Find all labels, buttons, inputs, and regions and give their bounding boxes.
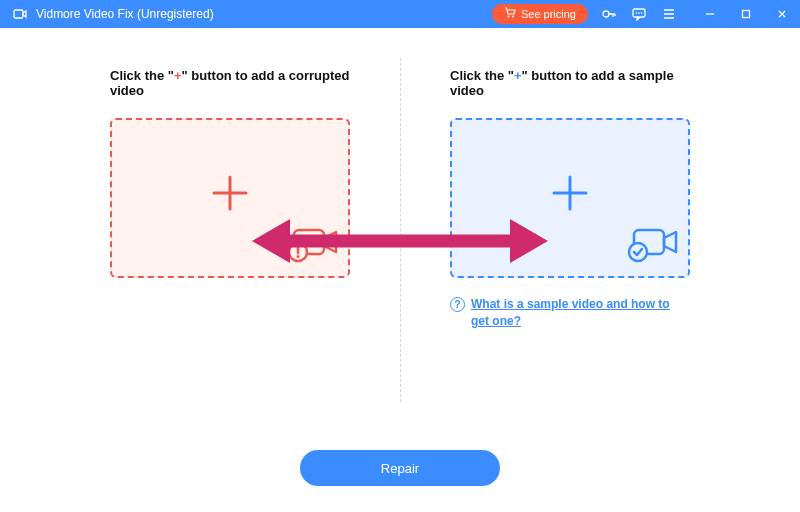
maximize-button[interactable] <box>728 0 764 28</box>
see-pricing-button[interactable]: See pricing <box>492 4 588 24</box>
sample-panel: Click the "+" button to add a sample vid… <box>400 68 740 330</box>
title-left: Vidmore Video Fix (Unregistered) <box>12 6 214 22</box>
plus-inline-icon: + <box>174 68 182 83</box>
label-text: Click the " <box>450 68 514 83</box>
cart-icon <box>504 7 516 21</box>
repair-button[interactable]: Repair <box>300 450 500 486</box>
corrupted-dropzone[interactable] <box>110 118 350 278</box>
sample-video-icon <box>626 224 680 268</box>
key-icon[interactable] <box>594 0 624 28</box>
sample-help-link[interactable]: What is a sample video and how to get on… <box>471 296 690 330</box>
corrupted-label: Click the "+" button to add a corrupted … <box>110 68 350 98</box>
help-icon: ? <box>450 297 465 312</box>
app-logo-icon <box>12 6 28 22</box>
panels: Click the "+" button to add a corrupted … <box>0 68 800 330</box>
svg-rect-0 <box>14 10 23 18</box>
main: Click the "+" button to add a corrupted … <box>0 28 800 512</box>
add-icon <box>542 165 598 232</box>
svg-point-6 <box>638 12 640 14</box>
corrupted-panel: Click the "+" button to add a corrupted … <box>60 68 400 330</box>
svg-point-2 <box>512 16 514 18</box>
svg-point-3 <box>603 11 609 17</box>
sample-label: Click the "+" button to add a sample vid… <box>450 68 690 98</box>
titlebar: Vidmore Video Fix (Unregistered) See pri… <box>0 0 800 28</box>
minimize-button[interactable] <box>692 0 728 28</box>
feedback-icon[interactable] <box>624 0 654 28</box>
app-title: Vidmore Video Fix (Unregistered) <box>36 7 214 21</box>
svg-point-1 <box>507 16 509 18</box>
see-pricing-label: See pricing <box>521 8 576 20</box>
corrupted-video-icon <box>286 224 340 268</box>
svg-point-7 <box>641 12 643 14</box>
title-right: See pricing <box>492 0 800 28</box>
svg-point-11 <box>297 255 300 258</box>
add-icon <box>202 165 258 232</box>
label-text: Click the " <box>110 68 174 83</box>
plus-inline-icon: + <box>514 68 522 83</box>
svg-rect-8 <box>743 11 750 18</box>
repair-row: Repair <box>0 450 800 486</box>
close-button[interactable] <box>764 0 800 28</box>
help-link-row: ? What is a sample video and how to get … <box>450 296 690 330</box>
menu-icon[interactable] <box>654 0 684 28</box>
svg-point-5 <box>636 12 638 14</box>
window-controls <box>692 0 800 28</box>
sample-dropzone[interactable] <box>450 118 690 278</box>
